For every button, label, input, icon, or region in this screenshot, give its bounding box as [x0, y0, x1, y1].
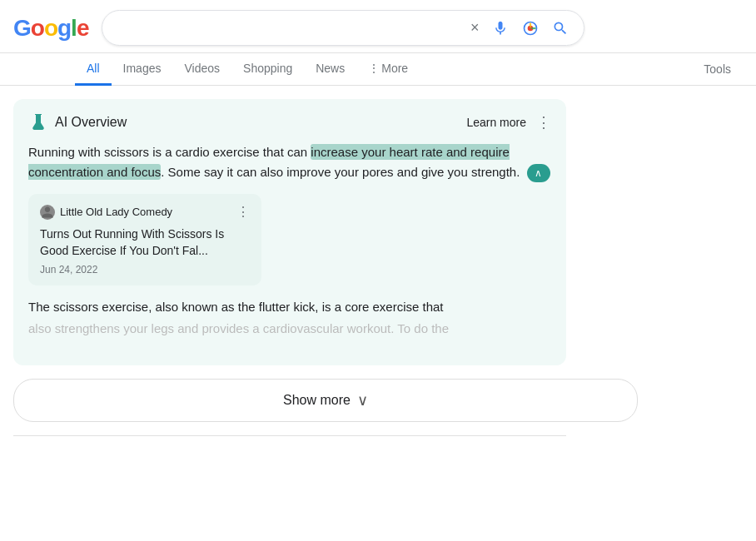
tab-images[interactable]: Images [112, 53, 173, 86]
google-logo: Google [13, 15, 88, 42]
source-avatar-icon [41, 206, 54, 219]
tab-all[interactable]: All [75, 53, 112, 86]
show-more-label: Show more [283, 393, 351, 408]
source-name: Little Old Lady Comedy [40, 205, 172, 220]
tab-shopping[interactable]: Shopping [231, 53, 304, 86]
source-menu[interactable]: ⋮ [236, 204, 250, 220]
clear-button[interactable]: × [469, 17, 481, 38]
main-content: AI Overview Learn more ⋮ Running with sc… [0, 86, 566, 436]
divider [13, 435, 566, 436]
mic-button[interactable] [490, 18, 510, 38]
ai-overview-title: AI Overview [28, 112, 127, 132]
show-more-button[interactable]: Show more ∨ [13, 379, 638, 422]
ai-overview-menu[interactable]: ⋮ [536, 113, 551, 132]
tab-tools[interactable]: Tools [692, 54, 743, 84]
ai-text-after: . Some say it can also improve your pore… [161, 165, 520, 179]
ai-overview-label: AI Overview [55, 115, 127, 130]
lens-icon [522, 20, 539, 37]
ai-overview-box: AI Overview Learn more ⋮ Running with sc… [13, 99, 566, 365]
search-bar: health benefits of running with scissors… [102, 10, 584, 46]
lens-button[interactable] [520, 18, 540, 38]
dots-icon: ⋮ [368, 62, 380, 75]
collapse-button[interactable]: ∧ [527, 164, 550, 182]
tab-more-label: More [381, 62, 408, 75]
header: Google health benefits of running with s… [0, 0, 756, 53]
source-date: Jun 24, 2022 [40, 264, 250, 275]
ai-overview-header: AI Overview Learn more ⋮ [28, 112, 551, 132]
source-avatar [40, 205, 55, 220]
source-card-header: Little Old Lady Comedy ⋮ [40, 204, 250, 220]
ai-text-before: Running with scissors is a cardio exerci… [28, 145, 311, 159]
source-title[interactable]: Turns Out Running With Scissors Is Good … [40, 226, 250, 259]
source-site-name: Little Old Lady Comedy [60, 206, 172, 218]
tab-videos[interactable]: Videos [172, 53, 231, 86]
mic-icon [492, 20, 509, 37]
faded-text-2: also strengthens your legs and provides … [28, 319, 551, 339]
search-icon [552, 20, 569, 37]
tab-news[interactable]: News [304, 53, 356, 86]
search-button[interactable] [550, 18, 570, 38]
chevron-down-icon: ∨ [357, 391, 368, 409]
ai-overview-actions: Learn more ⋮ [466, 113, 551, 132]
search-input[interactable]: health benefits of running with scissors [116, 21, 460, 36]
ai-overview-text: Running with scissors is a cardio exerci… [28, 142, 551, 182]
learn-more-link[interactable]: Learn more [466, 116, 526, 129]
source-card: Little Old Lady Comedy ⋮ Turns Out Runni… [28, 194, 261, 285]
flask-icon [28, 112, 48, 132]
nav-tabs: All Images Videos Shopping News ⋮ More T… [0, 53, 756, 86]
search-icons: × [469, 17, 571, 38]
faded-text-1: The scissors exercise, also known as the… [28, 297, 551, 317]
faded-section: The scissors exercise, also known as the… [28, 297, 551, 339]
tab-more[interactable]: ⋮ More [356, 53, 420, 86]
